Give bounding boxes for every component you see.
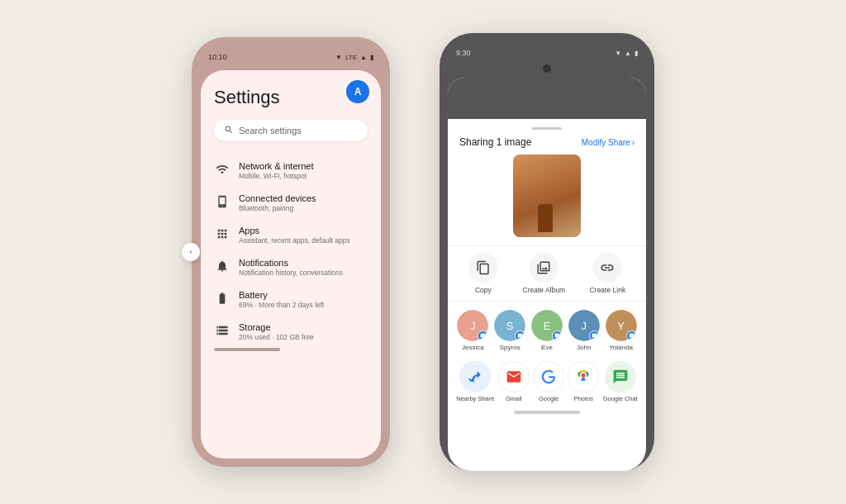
storage-sublabel: 20% used · 102 GB free bbox=[239, 333, 314, 341]
notifications-icon bbox=[214, 259, 231, 273]
app-google-chat[interactable]: Google Chat bbox=[603, 361, 638, 402]
search-input-label: Search settings bbox=[239, 126, 302, 136]
yolanda-avatar: Y bbox=[606, 310, 637, 341]
google-chat-icon bbox=[605, 361, 636, 392]
page-title: Settings bbox=[214, 87, 368, 108]
create-album-label: Create Album bbox=[523, 286, 566, 294]
apps-sublabel: Assistant, recent apps, default apps bbox=[239, 236, 350, 245]
signal-icon: ▼ bbox=[335, 54, 342, 61]
apps-label: Apps bbox=[239, 226, 350, 235]
create-album-action[interactable]: Create Album bbox=[523, 253, 566, 294]
right-battery-icon: ▮ bbox=[634, 50, 638, 57]
notifications-label: Notifications bbox=[239, 258, 343, 268]
nav-pill-left bbox=[214, 348, 280, 351]
preview-image bbox=[513, 155, 581, 237]
spyros-name: Spyros bbox=[500, 344, 520, 351]
network-sublabel: Mobile, Wi-Fi, hotspot bbox=[239, 172, 313, 180]
john-name: John bbox=[577, 344, 591, 351]
settings-item-network[interactable]: Network & internet Mobile, Wi-Fi, hotspo… bbox=[214, 155, 368, 187]
back-arrow-button[interactable]: ‹ bbox=[182, 243, 200, 261]
right-phone: 9:30 ▼ ▲ ▮ Sharing 1 image Modify Share … bbox=[440, 33, 654, 471]
svg-point-0 bbox=[582, 373, 586, 378]
battery-label: Battery bbox=[239, 290, 324, 300]
wifi-icon: ▲ bbox=[360, 54, 367, 61]
photos-name: Photos bbox=[574, 395, 593, 402]
yolanda-badge bbox=[626, 330, 637, 341]
create-link-action[interactable]: Create Link bbox=[590, 253, 625, 294]
apps-row: Nearby Share Gmail Google bbox=[448, 358, 646, 406]
contact-spyros[interactable]: S Spyros bbox=[494, 310, 525, 351]
contact-eve[interactable]: E Eve bbox=[531, 310, 563, 351]
lte-icon: LTE bbox=[345, 54, 357, 61]
image-preview bbox=[513, 155, 581, 237]
sheet-handle bbox=[532, 127, 562, 130]
left-status-bar: 10:10 ▼ LTE ▲ ▮ bbox=[192, 49, 390, 65]
connected-label: Connected devices bbox=[239, 193, 316, 203]
contacts-row: J Jessica S Spyros E bbox=[448, 307, 646, 354]
apps-icon bbox=[214, 227, 231, 240]
create-link-label: Create Link bbox=[590, 286, 625, 294]
spyros-avatar: S bbox=[494, 310, 525, 341]
right-status-icons: ▼ ▲ ▮ bbox=[615, 50, 638, 57]
copy-action[interactable]: Copy bbox=[468, 253, 498, 294]
apps-text: Apps Assistant, recent apps, default app… bbox=[239, 226, 350, 245]
left-time: 10:10 bbox=[208, 53, 227, 61]
network-icon bbox=[214, 163, 231, 176]
app-google[interactable]: Google bbox=[533, 361, 564, 402]
jessica-avatar: J bbox=[457, 310, 488, 341]
app-gmail[interactable]: Gmail bbox=[498, 361, 530, 402]
google-icon bbox=[533, 361, 564, 392]
avatar[interactable]: A bbox=[346, 80, 369, 103]
battery-icon bbox=[214, 292, 231, 305]
right-signal-icon: ▼ bbox=[615, 50, 621, 57]
modify-share-label: Modify Share bbox=[582, 138, 630, 147]
notifications-sublabel: Notification history, conversations bbox=[239, 269, 343, 277]
contact-john[interactable]: J John bbox=[568, 310, 600, 351]
spyros-badge bbox=[515, 330, 525, 341]
settings-item-notifications[interactable]: Notifications Notification history, conv… bbox=[214, 251, 368, 283]
battery-text: Battery 69% · More than 2 days left bbox=[239, 290, 324, 309]
photos-icon bbox=[568, 361, 599, 392]
left-screen: A Settings Search settings Network & int… bbox=[201, 70, 381, 459]
copy-label: Copy bbox=[475, 286, 492, 294]
app-nearby-share[interactable]: Nearby Share bbox=[456, 361, 494, 402]
google-chat-name: Google Chat bbox=[603, 395, 638, 402]
share-header: Sharing 1 image Modify Share › bbox=[448, 136, 646, 148]
network-label: Network & internet bbox=[239, 161, 313, 171]
right-screen: Sharing 1 image Modify Share › Copy Crea… bbox=[448, 78, 646, 471]
connected-sublabel: Bluetooth, pairing bbox=[239, 204, 316, 212]
top-gray-area bbox=[448, 78, 646, 119]
search-bar[interactable]: Search settings bbox=[214, 120, 368, 141]
modify-share-button[interactable]: Modify Share › bbox=[582, 138, 634, 147]
left-status-icons: ▼ LTE ▲ ▮ bbox=[335, 54, 373, 61]
settings-item-apps[interactable]: Apps Assistant, recent apps, default app… bbox=[214, 219, 368, 251]
google-name: Google bbox=[539, 395, 558, 402]
contact-yolanda[interactable]: Y Yolanda bbox=[606, 310, 637, 351]
right-status-bar: 9:30 ▼ ▲ ▮ bbox=[440, 45, 654, 61]
create-album-icon bbox=[529, 253, 558, 283]
yolanda-name: Yolanda bbox=[609, 344, 633, 351]
connected-text: Connected devices Bluetooth, pairing bbox=[239, 193, 316, 212]
storage-text: Storage 20% used · 102 GB free bbox=[239, 322, 314, 341]
settings-item-connected[interactable]: Connected devices Bluetooth, pairing bbox=[214, 187, 368, 219]
connected-icon bbox=[214, 195, 231, 208]
john-avatar: J bbox=[568, 310, 600, 341]
john-badge bbox=[589, 330, 600, 341]
contact-jessica[interactable]: J Jessica bbox=[457, 310, 488, 351]
camera-dot bbox=[543, 64, 551, 73]
share-actions: Copy Create Album Create Link bbox=[448, 245, 646, 302]
jessica-name: Jessica bbox=[462, 344, 484, 351]
right-wifi-icon: ▲ bbox=[625, 50, 631, 57]
nav-pill-right bbox=[514, 411, 580, 414]
jessica-badge bbox=[478, 330, 488, 341]
settings-item-battery[interactable]: Battery 69% · More than 2 days left bbox=[214, 283, 368, 316]
gmail-name: Gmail bbox=[506, 395, 522, 402]
nearby-share-name: Nearby Share bbox=[456, 395, 494, 402]
app-photos[interactable]: Photos bbox=[568, 361, 599, 402]
notifications-text: Notifications Notification history, conv… bbox=[239, 258, 343, 277]
network-text: Network & internet Mobile, Wi-Fi, hotspo… bbox=[239, 161, 313, 180]
left-phone: 10:10 ▼ LTE ▲ ▮ A Settings Search settin… bbox=[192, 37, 390, 467]
gmail-icon bbox=[498, 361, 530, 392]
create-link-icon bbox=[592, 253, 622, 283]
settings-item-storage[interactable]: Storage 20% used · 102 GB free bbox=[214, 316, 368, 348]
